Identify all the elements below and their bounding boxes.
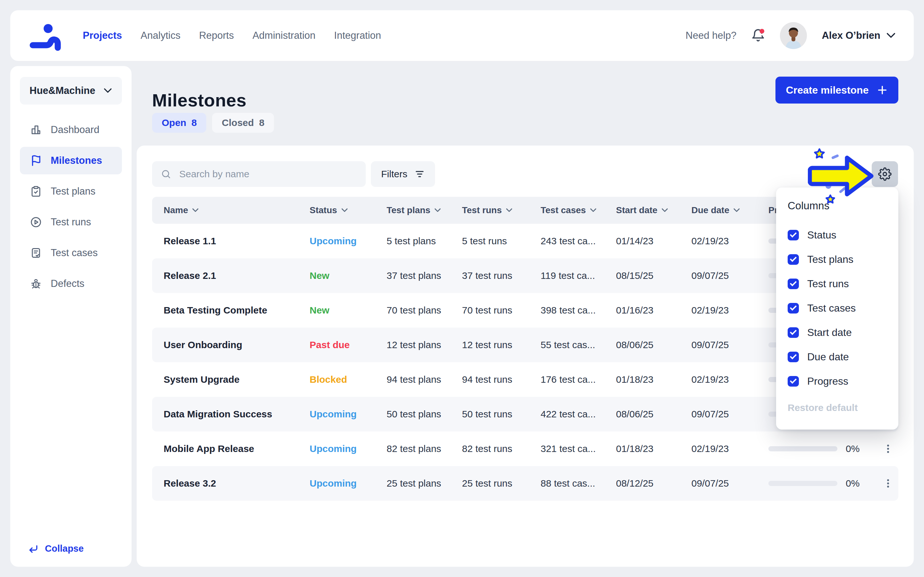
nav-analytics[interactable]: Analytics <box>141 30 180 41</box>
due-date-cell: 02/19/23 <box>691 374 768 385</box>
column-option-progress[interactable]: Progress <box>788 369 887 393</box>
sidebar-item-milestones[interactable]: Milestones <box>20 147 122 174</box>
milestone-name[interactable]: Data Migration Success <box>164 409 310 420</box>
sidebar-item-test-runs[interactable]: Test runs <box>20 208 122 236</box>
sidebar-item-test-cases[interactable]: Test cases <box>20 239 122 267</box>
bug-icon <box>30 278 42 290</box>
row-menu-button[interactable] <box>877 478 898 489</box>
test-plans-cell: 25 test plans <box>387 478 462 489</box>
user-menu[interactable]: Alex O’brien <box>822 30 896 41</box>
nav-reports[interactable]: Reports <box>199 30 234 41</box>
page-title: Milestones <box>152 90 246 111</box>
milestone-name[interactable]: Release 1.1 <box>164 235 310 247</box>
chevron-down-icon <box>103 88 112 93</box>
checkbox-checked-icon[interactable] <box>788 230 799 240</box>
checkbox-checked-icon[interactable] <box>788 279 799 289</box>
start-date-cell: 01/18/23 <box>616 374 691 385</box>
sort-chevron-icon <box>733 208 740 213</box>
column-option-test-plans[interactable]: Test plans <box>788 247 887 271</box>
milestone-name[interactable]: System Upgrade <box>164 374 310 385</box>
tab-count: 8 <box>192 117 197 128</box>
column-option-test-cases[interactable]: Test cases <box>788 296 887 320</box>
column-header-status[interactable]: Status <box>310 205 387 215</box>
milestone-name[interactable]: Beta Testing Complete <box>164 305 310 316</box>
restore-default-button[interactable]: Restore default <box>788 402 887 413</box>
filters-button[interactable]: Filters <box>371 161 435 187</box>
table-row[interactable]: Mobile App Release Upcoming 82 test plan… <box>152 432 898 466</box>
notifications-bell-icon[interactable] <box>751 28 765 43</box>
column-header-test-cases[interactable]: Test cases <box>541 205 616 215</box>
nav-administration[interactable]: Administration <box>252 30 315 41</box>
nav-projects[interactable]: Projects <box>83 30 122 41</box>
test-runs-cell: 50 test runs <box>462 409 541 420</box>
column-header-test-plans[interactable]: Test plans <box>387 205 462 215</box>
tab-closed[interactable]: Closed 8 <box>212 113 274 133</box>
status-badge: Upcoming <box>310 478 387 489</box>
file-text-icon <box>30 247 42 259</box>
sort-chevron-icon <box>661 208 668 213</box>
column-header-due-date[interactable]: Due date <box>691 205 768 215</box>
milestone-name[interactable]: User Onboarding <box>164 340 310 350</box>
status-badge: Blocked <box>310 374 387 385</box>
milestone-state-tabs: Open 8 Closed 8 <box>152 113 274 133</box>
gear-icon <box>878 167 892 181</box>
due-date-cell: 02/19/23 <box>691 305 768 316</box>
nav-integration[interactable]: Integration <box>334 30 381 41</box>
workspace-switcher[interactable]: Hue&Machine <box>20 77 122 105</box>
tab-label: Closed <box>222 117 254 128</box>
column-header-test-runs[interactable]: Test runs <box>462 205 541 215</box>
sort-chevron-icon <box>590 208 597 213</box>
test-plans-cell: 5 test plans <box>387 235 462 247</box>
checkbox-checked-icon[interactable] <box>788 376 799 387</box>
milestone-name[interactable]: Mobile App Release <box>164 443 310 454</box>
progress-bar <box>768 446 837 451</box>
plus-icon <box>877 85 888 95</box>
milestone-name[interactable]: Release 2.1 <box>164 270 310 281</box>
sidebar-item-defects[interactable]: Defects <box>20 270 122 298</box>
sidebar-item-dashboard[interactable]: Dashboard <box>20 116 122 143</box>
checkbox-checked-icon[interactable] <box>788 254 799 265</box>
test-runs-cell: 82 test runs <box>462 443 541 454</box>
start-date-cell: 08/06/25 <box>616 409 691 420</box>
status-badge: Upcoming <box>310 235 387 247</box>
tab-label: Open <box>162 117 186 128</box>
milestone-name[interactable]: Release 3.2 <box>164 478 310 489</box>
test-cases-cell: 243 test ca... <box>541 235 616 247</box>
column-option-test-runs[interactable]: Test runs <box>788 271 887 296</box>
need-help-link[interactable]: Need help? <box>686 30 737 41</box>
test-runs-cell: 37 test runs <box>462 270 541 281</box>
column-settings-button[interactable] <box>872 161 898 187</box>
table-row[interactable]: Release 3.2 Upcoming 25 test plans 25 te… <box>152 466 898 501</box>
sort-chevron-icon <box>192 208 199 213</box>
flag-icon <box>30 155 42 166</box>
create-milestone-label: Create milestone <box>786 84 869 96</box>
row-menu-button[interactable] <box>877 443 898 454</box>
search-box[interactable] <box>152 161 366 187</box>
column-header-start-date[interactable]: Start date <box>616 205 691 215</box>
progress-percent: 0% <box>846 443 865 454</box>
column-header-name[interactable]: Name <box>164 205 310 215</box>
checkbox-checked-icon[interactable] <box>788 303 799 314</box>
test-runs-cell: 12 test runs <box>462 340 541 350</box>
create-milestone-button[interactable]: Create milestone <box>775 77 898 103</box>
test-runs-cell: 25 test runs <box>462 478 541 489</box>
checkbox-checked-icon[interactable] <box>788 351 799 362</box>
column-option-status[interactable]: Status <box>788 223 887 247</box>
search-input[interactable] <box>179 168 357 180</box>
due-date-cell: 09/07/25 <box>691 409 768 420</box>
user-avatar[interactable] <box>780 22 807 49</box>
sort-chevron-icon <box>341 208 348 213</box>
sidebar-collapse-button[interactable]: Collapse <box>28 543 84 554</box>
test-plans-cell: 94 test plans <box>387 374 462 385</box>
sidebar-item-label: Test runs <box>51 216 91 228</box>
column-option-due-date[interactable]: Due date <box>788 345 887 369</box>
start-date-cell: 08/12/25 <box>616 478 691 489</box>
tab-open[interactable]: Open 8 <box>152 113 206 133</box>
checkbox-checked-icon[interactable] <box>788 327 799 338</box>
columns-dropdown: Columns Status Test plans Test runs Test… <box>776 187 898 430</box>
filters-label: Filters <box>381 169 407 179</box>
test-plans-cell: 50 test plans <box>387 409 462 420</box>
test-runs-cell: 70 test runs <box>462 305 541 316</box>
sidebar-item-test-plans[interactable]: Test plans <box>20 177 122 205</box>
column-option-start-date[interactable]: Start date <box>788 320 887 345</box>
